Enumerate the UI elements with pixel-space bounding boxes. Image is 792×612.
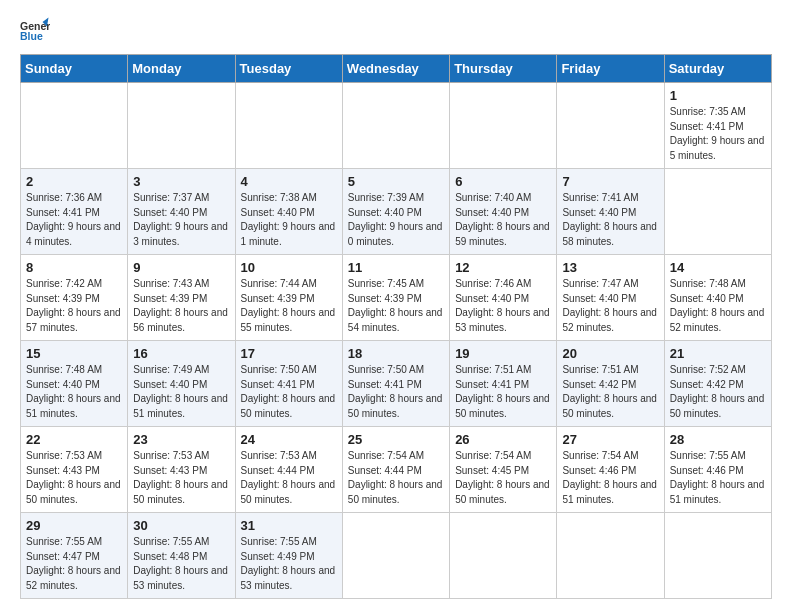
day-info: Sunrise: 7:55 AMSunset: 4:49 PMDaylight:… xyxy=(241,535,337,593)
calendar-cell: 4Sunrise: 7:38 AMSunset: 4:40 PMDaylight… xyxy=(235,169,342,255)
day-info: Sunrise: 7:50 AMSunset: 4:41 PMDaylight:… xyxy=(348,363,444,421)
calendar-cell: 29Sunrise: 7:55 AMSunset: 4:47 PMDayligh… xyxy=(21,513,128,599)
day-number: 17 xyxy=(241,346,337,361)
day-info: Sunrise: 7:55 AMSunset: 4:46 PMDaylight:… xyxy=(670,449,766,507)
calendar-cell: 23Sunrise: 7:53 AMSunset: 4:43 PMDayligh… xyxy=(128,427,235,513)
calendar-cell: 2Sunrise: 7:36 AMSunset: 4:41 PMDaylight… xyxy=(21,169,128,255)
day-number: 2 xyxy=(26,174,122,189)
day-number: 24 xyxy=(241,432,337,447)
day-info: Sunrise: 7:48 AMSunset: 4:40 PMDaylight:… xyxy=(670,277,766,335)
day-number: 19 xyxy=(455,346,551,361)
day-number: 4 xyxy=(241,174,337,189)
day-info: Sunrise: 7:41 AMSunset: 4:40 PMDaylight:… xyxy=(562,191,658,249)
logo: General Blue xyxy=(20,16,50,46)
calendar-cell: 27Sunrise: 7:54 AMSunset: 4:46 PMDayligh… xyxy=(557,427,664,513)
day-number: 10 xyxy=(241,260,337,275)
page-header: General Blue xyxy=(20,16,772,46)
calendar-cell xyxy=(235,83,342,169)
day-info: Sunrise: 7:54 AMSunset: 4:46 PMDaylight:… xyxy=(562,449,658,507)
day-info: Sunrise: 7:55 AMSunset: 4:48 PMDaylight:… xyxy=(133,535,229,593)
day-number: 20 xyxy=(562,346,658,361)
day-number: 28 xyxy=(670,432,766,447)
day-info: Sunrise: 7:36 AMSunset: 4:41 PMDaylight:… xyxy=(26,191,122,249)
day-number: 1 xyxy=(670,88,766,103)
calendar-cell: 31Sunrise: 7:55 AMSunset: 4:49 PMDayligh… xyxy=(235,513,342,599)
day-info: Sunrise: 7:48 AMSunset: 4:40 PMDaylight:… xyxy=(26,363,122,421)
calendar-cell: 9Sunrise: 7:43 AMSunset: 4:39 PMDaylight… xyxy=(128,255,235,341)
calendar-cell: 16Sunrise: 7:49 AMSunset: 4:40 PMDayligh… xyxy=(128,341,235,427)
day-info: Sunrise: 7:45 AMSunset: 4:39 PMDaylight:… xyxy=(348,277,444,335)
day-info: Sunrise: 7:38 AMSunset: 4:40 PMDaylight:… xyxy=(241,191,337,249)
day-number: 12 xyxy=(455,260,551,275)
calendar-cell xyxy=(557,513,664,599)
calendar-cell: 5Sunrise: 7:39 AMSunset: 4:40 PMDaylight… xyxy=(342,169,449,255)
day-number: 5 xyxy=(348,174,444,189)
day-header-sunday: Sunday xyxy=(21,55,128,83)
calendar-cell xyxy=(342,513,449,599)
day-info: Sunrise: 7:37 AMSunset: 4:40 PMDaylight:… xyxy=(133,191,229,249)
calendar-cell xyxy=(450,83,557,169)
day-number: 22 xyxy=(26,432,122,447)
day-number: 30 xyxy=(133,518,229,533)
calendar-cell: 7Sunrise: 7:41 AMSunset: 4:40 PMDaylight… xyxy=(557,169,664,255)
calendar-cell: 25Sunrise: 7:54 AMSunset: 4:44 PMDayligh… xyxy=(342,427,449,513)
calendar-cell xyxy=(21,83,128,169)
calendar-cell: 13Sunrise: 7:47 AMSunset: 4:40 PMDayligh… xyxy=(557,255,664,341)
day-number: 27 xyxy=(562,432,658,447)
calendar-cell: 15Sunrise: 7:48 AMSunset: 4:40 PMDayligh… xyxy=(21,341,128,427)
calendar-cell: 8Sunrise: 7:42 AMSunset: 4:39 PMDaylight… xyxy=(21,255,128,341)
day-info: Sunrise: 7:40 AMSunset: 4:40 PMDaylight:… xyxy=(455,191,551,249)
day-number: 11 xyxy=(348,260,444,275)
day-info: Sunrise: 7:54 AMSunset: 4:44 PMDaylight:… xyxy=(348,449,444,507)
calendar-cell: 11Sunrise: 7:45 AMSunset: 4:39 PMDayligh… xyxy=(342,255,449,341)
calendar-cell xyxy=(664,513,771,599)
calendar-cell: 28Sunrise: 7:55 AMSunset: 4:46 PMDayligh… xyxy=(664,427,771,513)
calendar-cell xyxy=(450,513,557,599)
day-info: Sunrise: 7:44 AMSunset: 4:39 PMDaylight:… xyxy=(241,277,337,335)
day-info: Sunrise: 7:49 AMSunset: 4:40 PMDaylight:… xyxy=(133,363,229,421)
day-number: 18 xyxy=(348,346,444,361)
day-info: Sunrise: 7:54 AMSunset: 4:45 PMDaylight:… xyxy=(455,449,551,507)
day-number: 23 xyxy=(133,432,229,447)
day-header-friday: Friday xyxy=(557,55,664,83)
calendar-cell: 24Sunrise: 7:53 AMSunset: 4:44 PMDayligh… xyxy=(235,427,342,513)
day-header-saturday: Saturday xyxy=(664,55,771,83)
calendar-week-row: 2Sunrise: 7:36 AMSunset: 4:41 PMDaylight… xyxy=(21,169,772,255)
calendar-cell xyxy=(664,169,771,255)
day-info: Sunrise: 7:35 AMSunset: 4:41 PMDaylight:… xyxy=(670,105,766,163)
day-info: Sunrise: 7:53 AMSunset: 4:44 PMDaylight:… xyxy=(241,449,337,507)
calendar-cell xyxy=(557,83,664,169)
svg-text:Blue: Blue xyxy=(20,30,43,42)
calendar-body: 1Sunrise: 7:35 AMSunset: 4:41 PMDaylight… xyxy=(21,83,772,599)
calendar-cell: 6Sunrise: 7:40 AMSunset: 4:40 PMDaylight… xyxy=(450,169,557,255)
day-info: Sunrise: 7:55 AMSunset: 4:47 PMDaylight:… xyxy=(26,535,122,593)
day-info: Sunrise: 7:42 AMSunset: 4:39 PMDaylight:… xyxy=(26,277,122,335)
day-number: 13 xyxy=(562,260,658,275)
day-header-tuesday: Tuesday xyxy=(235,55,342,83)
day-info: Sunrise: 7:53 AMSunset: 4:43 PMDaylight:… xyxy=(26,449,122,507)
day-info: Sunrise: 7:46 AMSunset: 4:40 PMDaylight:… xyxy=(455,277,551,335)
calendar-cell: 30Sunrise: 7:55 AMSunset: 4:48 PMDayligh… xyxy=(128,513,235,599)
day-info: Sunrise: 7:51 AMSunset: 4:42 PMDaylight:… xyxy=(562,363,658,421)
calendar-cell: 1Sunrise: 7:35 AMSunset: 4:41 PMDaylight… xyxy=(664,83,771,169)
day-number: 7 xyxy=(562,174,658,189)
logo-icon: General Blue xyxy=(20,16,50,46)
day-info: Sunrise: 7:52 AMSunset: 4:42 PMDaylight:… xyxy=(670,363,766,421)
calendar-table: SundayMondayTuesdayWednesdayThursdayFrid… xyxy=(20,54,772,599)
calendar-cell: 18Sunrise: 7:50 AMSunset: 4:41 PMDayligh… xyxy=(342,341,449,427)
calendar-cell xyxy=(128,83,235,169)
day-number: 3 xyxy=(133,174,229,189)
calendar-cell: 12Sunrise: 7:46 AMSunset: 4:40 PMDayligh… xyxy=(450,255,557,341)
day-info: Sunrise: 7:43 AMSunset: 4:39 PMDaylight:… xyxy=(133,277,229,335)
calendar-cell: 19Sunrise: 7:51 AMSunset: 4:41 PMDayligh… xyxy=(450,341,557,427)
calendar-cell: 22Sunrise: 7:53 AMSunset: 4:43 PMDayligh… xyxy=(21,427,128,513)
calendar-cell: 21Sunrise: 7:52 AMSunset: 4:42 PMDayligh… xyxy=(664,341,771,427)
day-info: Sunrise: 7:47 AMSunset: 4:40 PMDaylight:… xyxy=(562,277,658,335)
calendar-cell: 26Sunrise: 7:54 AMSunset: 4:45 PMDayligh… xyxy=(450,427,557,513)
calendar-cell: 3Sunrise: 7:37 AMSunset: 4:40 PMDaylight… xyxy=(128,169,235,255)
day-number: 8 xyxy=(26,260,122,275)
day-header-thursday: Thursday xyxy=(450,55,557,83)
day-number: 16 xyxy=(133,346,229,361)
calendar-header-row: SundayMondayTuesdayWednesdayThursdayFrid… xyxy=(21,55,772,83)
calendar-cell: 20Sunrise: 7:51 AMSunset: 4:42 PMDayligh… xyxy=(557,341,664,427)
